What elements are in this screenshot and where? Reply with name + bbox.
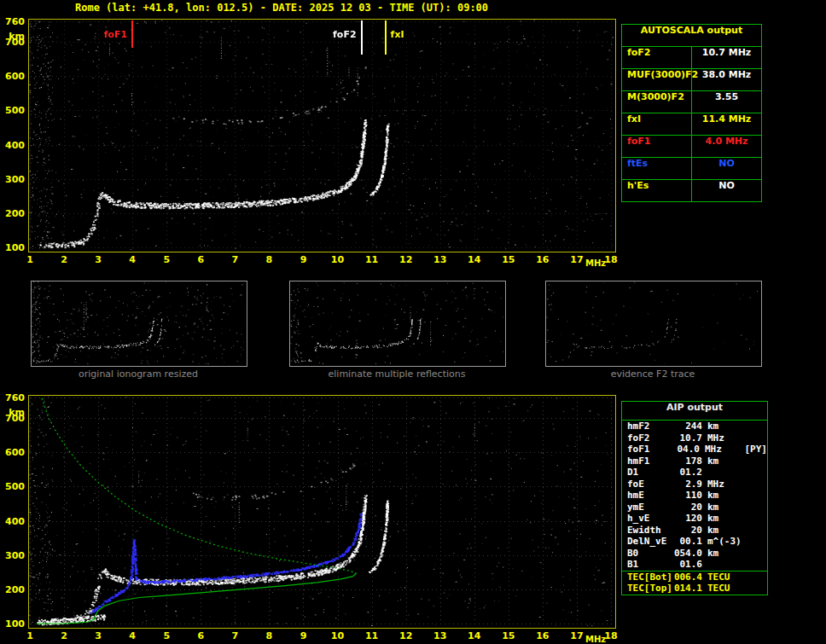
y-axis-unit: km [1,407,25,418]
x-tick-label: 7 [232,630,239,641]
aip-row-label: hmE [627,490,673,502]
autoscala-row-value: 38.0 MHz [692,69,761,90]
aip-row-label: foE [627,479,673,490]
x-tick-label: 14 [468,254,480,265]
x-tick-label: 16 [536,630,549,641]
autoscala-row-label: ftEs [622,158,692,179]
x-tick-label: 12 [399,630,412,641]
autoscala-screen: Rome (lat: +41.8, lon: 012.5) - DATE: 20… [0,0,826,644]
ionogram-top-canvas [29,20,614,250]
y-tick-label: 200 [1,584,25,595]
aip-output-table: AIP output hmF2244kmfoF210.7MHzfoF104.0M… [621,401,768,595]
aip-row-label: ymE [627,502,673,513]
aip-row-value: 01.2 [673,467,702,479]
aip-row-unit: km [702,525,745,537]
aip-rows: hmF2244kmfoF210.7MHzfoF104.0MHz[PY]hmF11… [622,421,767,595]
x-tick-label: 9 [300,630,307,641]
autoscala-row-value: 4.0 MHz [692,136,761,157]
aip-row-label: hmF2 [627,421,673,432]
aip-row: foF104.0MHz[PY] [622,444,767,455]
marker-label-foF2: foF2 [324,29,357,40]
x-tick-label: 9 [300,254,307,265]
y-tick-label: 100 [1,618,25,629]
x-tick-label: 7 [232,254,239,265]
thumbnail-original-ionogram [31,281,247,367]
aip-row-value: 20 [673,525,702,537]
aip-row-unit [702,559,745,571]
aip-row: foF210.7MHz [622,432,767,444]
y-tick-label: 500 [1,481,25,492]
aip-row-value: 244 [673,421,702,432]
aip-row-unit: MHz [702,432,745,444]
x-tick-label: 14 [468,630,480,641]
autoscala-row-value: 10.7 MHz [692,47,761,68]
aip-row-unit: m^(-3) [702,536,745,548]
autoscala-row-label: foF2 [622,47,692,68]
x-tick-label: 2 [61,254,67,265]
aip-row-value: 04.0 [672,444,700,455]
x-tick-label: 17 [570,630,583,641]
x-tick-label: 3 [95,254,102,265]
autoscala-row-label: h'Es [622,180,692,201]
aip-row-unit [702,467,745,479]
x-tick-label: 4 [129,254,136,265]
x-tick-label: 18 [604,254,617,265]
y-tick-label: 300 [1,174,25,185]
x-tick-label: 10 [331,254,344,265]
ionogram-bottom-panel [28,395,616,629]
aip-row: hmF1178km [622,455,767,467]
autoscala-row-value: 11.4 MHz [692,113,761,135]
autoscala-row-label: M(3000)F2 [622,91,692,113]
aip-row-unit: km [702,455,745,467]
aip-row-extra: [PY] [742,444,768,455]
x-tick-label: 18 [604,630,617,641]
aip-row-unit: km [702,421,745,432]
aip-row-unit: MHz [702,479,745,490]
autoscala-row: h'EsNO [622,180,761,201]
x-tick-label: 8 [266,254,273,265]
x-tick-label: 15 [502,630,515,641]
marker-label-foF1: foF1 [95,29,127,40]
y-tick-label: 600 [1,447,25,458]
aip-row-unit: km [702,490,745,502]
aip-row: B0054.0km [622,548,767,560]
caption-no-multiples: eliminate multiple reflections [329,368,466,380]
y-tick-label: 400 [1,516,25,527]
aip-row-value: 01.6 [673,559,702,571]
x-tick-label: 6 [197,254,204,265]
aip-row-label: DelN_vE [627,536,673,548]
page-title: Rome (lat: +41.8, lon: 012.5) - DATE: 20… [75,2,488,14]
aip-row-label: Ewidth [627,525,673,537]
x-tick-label: 1 [26,254,33,265]
x-tick-label: 6 [197,630,204,641]
aip-row: D101.2 [622,467,767,479]
aip-row-label: foF1 [627,444,672,455]
y-tick-label: 760 [1,16,25,27]
x-tick-label: 17 [570,254,583,265]
aip-row-unit: TECU [702,571,745,583]
autoscala-row-value: NO [692,180,761,201]
marker-line-foF2 [361,20,363,55]
y-tick-label: 400 [1,140,25,151]
autoscala-row-value: NO [692,158,761,179]
x-axis-unit: MHz [585,258,606,268]
y-tick-label: 500 [1,105,25,116]
thumbnail-f2-trace-canvas [546,281,759,364]
aip-row-label: TEC[Bot] [627,571,673,583]
aip-table-title: AIP output [622,402,767,421]
autoscala-row: fxI11.4 MHz [622,113,761,136]
aip-row-value: 178 [673,455,702,467]
autoscala-rows: foF210.7 MHzMUF(3000)F238.0 MHzM(3000)F2… [622,47,761,201]
thumbnail-original-canvas [32,281,245,364]
thumbnail-no-multiples [289,281,506,367]
aip-row: DelN_vE00.1m^(-3) [622,536,767,548]
x-tick-label: 16 [536,254,549,265]
aip-row-value: 054.0 [673,548,702,560]
aip-row-label: D1 [627,467,673,479]
y-tick-label: 300 [1,550,25,561]
aip-row-value: 014.1 [673,583,702,595]
x-tick-label: 5 [163,630,170,641]
x-tick-label: 4 [129,630,136,641]
thumbnail-no-multiples-canvas [290,281,503,364]
ionogram-top-panel [28,19,616,252]
